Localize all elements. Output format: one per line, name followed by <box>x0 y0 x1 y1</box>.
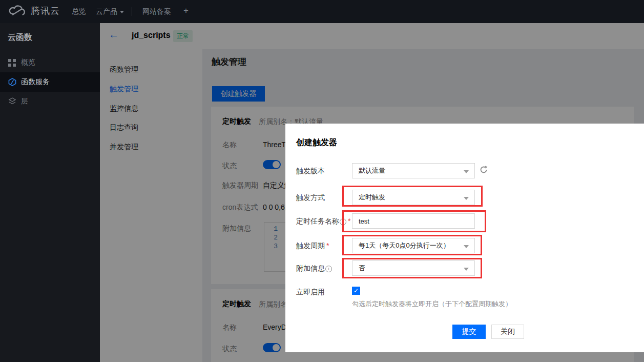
required-asterisk: * <box>348 217 350 225</box>
trigger-cycle-value: 每1天（每天0点0分执行一次） <box>359 242 450 249</box>
extra-info-select[interactable]: 否 <box>352 260 475 276</box>
extra-info-label: 附加信息i <box>296 264 332 273</box>
enable-now-label: 立即启用 <box>296 288 325 297</box>
refresh-icon[interactable] <box>479 165 488 176</box>
sidebar-item-overview[interactable]: 概览 <box>0 53 100 72</box>
nav-add-tab-button[interactable]: + <box>183 6 189 16</box>
submit-button[interactable]: 提交 <box>452 325 486 339</box>
nav-item-icp[interactable]: 网站备案 <box>142 7 171 16</box>
cloud-icon <box>8 4 26 17</box>
brand-text: 腾讯云 <box>31 5 60 17</box>
enable-helper-text: 勾选后定时触发器将立即开启（于下个配置周期触发） <box>352 299 512 309</box>
nav-item-products[interactable]: 云产品 <box>96 7 124 16</box>
layers-icon <box>8 97 16 106</box>
chevron-down-icon <box>464 170 469 173</box>
enable-now-checkbox[interactable]: ✓ <box>352 287 360 295</box>
trigger-cycle-select[interactable]: 每1天（每天0点0分执行一次） <box>352 238 475 253</box>
chevron-down-icon <box>120 11 124 13</box>
info-icon: i <box>340 218 346 225</box>
trigger-version-select[interactable]: 默认流量 <box>352 163 475 178</box>
sidebar-item-layers[interactable]: 层 <box>0 92 100 111</box>
info-icon: i <box>325 266 332 272</box>
extra-info-value: 否 <box>359 264 365 272</box>
product-sidebar: 云函数 概览 函数服务 层 <box>0 23 100 362</box>
tencent-cloud-logo[interactable]: 腾讯云 <box>8 4 60 17</box>
sidebar-item-label: 函数服务 <box>21 77 50 87</box>
trigger-method-value: 定时触发 <box>359 193 385 201</box>
task-name-input[interactable] <box>352 213 475 229</box>
trigger-method-label: 触发方式 <box>296 193 325 203</box>
trigger-version-label: 触发版本 <box>296 167 325 176</box>
sidebar-title: 云函数 <box>8 32 32 43</box>
sidebar-item-label: 层 <box>21 97 28 106</box>
trigger-version-value: 默认流量 <box>359 167 385 174</box>
close-button[interactable]: 关闭 <box>491 325 524 339</box>
chevron-down-icon <box>464 268 469 271</box>
sidebar-item-function-service[interactable]: 函数服务 <box>0 72 100 92</box>
chevron-down-icon <box>464 197 469 200</box>
create-trigger-modal: 创建触发器 触发版本 默认流量 触发方式 定时触发 定时任务名称i* 触发周期*… <box>285 124 644 352</box>
required-asterisk: * <box>326 242 329 250</box>
task-name-label: 定时任务名称i* <box>296 217 350 226</box>
trigger-cycle-label: 触发周期* <box>296 242 329 251</box>
top-navbar: 腾讯云 总览 云产品 网站备案 + <box>0 0 644 23</box>
nav-divider <box>132 7 132 16</box>
grid-icon <box>8 58 16 67</box>
nav-item-overview[interactable]: 总览 <box>72 7 86 16</box>
sidebar-item-label: 概览 <box>21 58 35 67</box>
chevron-down-icon <box>464 245 469 248</box>
modal-title: 创建触发器 <box>296 137 337 148</box>
scf-icon <box>8 78 16 86</box>
trigger-method-select[interactable]: 定时触发 <box>352 190 475 205</box>
